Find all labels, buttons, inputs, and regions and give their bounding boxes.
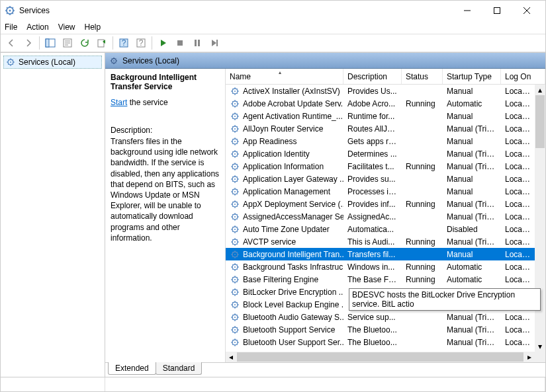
service-row[interactable]: Background Tasks Infrastruc...Windows in… bbox=[226, 260, 535, 273]
service-row[interactable]: Agent Activation Runtime_...Runtime for.… bbox=[226, 110, 535, 122]
column-header-logon[interactable]: Log On bbox=[501, 69, 545, 84]
start-service-suffix: the service bbox=[127, 98, 167, 107]
service-description: Transfers fil... bbox=[343, 249, 402, 260]
vertical-scrollbar[interactable]: ▴ ▾ bbox=[535, 85, 545, 352]
stop-service-button[interactable] bbox=[172, 35, 188, 51]
svg-point-24 bbox=[234, 116, 236, 117]
column-header-status[interactable]: Status bbox=[402, 69, 443, 84]
separator bbox=[39, 36, 40, 50]
service-name: Block Level Backup Engine ... bbox=[243, 300, 343, 309]
start-service-button[interactable] bbox=[155, 35, 171, 51]
service-description: Provides inf... bbox=[343, 199, 402, 210]
service-description: Service sup... bbox=[343, 312, 402, 323]
svg-point-16 bbox=[10, 61, 11, 63]
status-bar bbox=[1, 377, 545, 391]
service-startup: Manual bbox=[443, 86, 501, 97]
service-name: AssignedAccessManager Se... bbox=[243, 212, 343, 221]
svg-rect-2 bbox=[494, 8, 500, 14]
back-button[interactable] bbox=[3, 35, 19, 51]
menu-view[interactable]: View bbox=[58, 22, 75, 32]
forward-button[interactable] bbox=[21, 35, 36, 51]
column-header-description[interactable]: Description bbox=[343, 69, 402, 84]
svg-point-28 bbox=[234, 141, 236, 142]
column-header-startup[interactable]: Startup Type bbox=[443, 69, 501, 84]
service-description: Gets apps re... bbox=[343, 136, 402, 147]
service-status bbox=[402, 153, 443, 155]
help-button[interactable]: ? bbox=[116, 35, 132, 51]
close-button[interactable] bbox=[512, 1, 541, 20]
service-row[interactable]: Bluetooth Audio Gateway S...Service sup.… bbox=[226, 311, 535, 323]
menu-file[interactable]: File bbox=[5, 22, 17, 32]
service-description: Facilitates t... bbox=[343, 161, 402, 172]
pause-service-button[interactable] bbox=[189, 35, 205, 51]
service-name: Application Management bbox=[243, 187, 330, 196]
service-row[interactable]: Bluetooth User Support Ser...The Bluetoo… bbox=[226, 336, 535, 348]
service-row[interactable]: Base Filtering EngineThe Base Fil...Runn… bbox=[226, 273, 535, 286]
start-service-link[interactable]: Start bbox=[111, 98, 127, 107]
separator bbox=[113, 36, 113, 50]
service-row[interactable]: Application ManagementProcesses in...Man… bbox=[226, 185, 535, 198]
tree-node-services-local[interactable]: Services (Local) bbox=[3, 56, 102, 69]
service-row[interactable]: ActiveX Installer (AxInstSV)Provides Us.… bbox=[226, 85, 535, 97]
svg-point-52 bbox=[234, 292, 236, 293]
service-logon: Local Se bbox=[501, 274, 535, 285]
service-logon: Local Sy bbox=[501, 111, 535, 122]
service-row[interactable]: AppX Deployment Service (...Provides inf… bbox=[226, 198, 535, 210]
export-button[interactable] bbox=[94, 35, 110, 51]
service-logon: Local Se bbox=[501, 124, 535, 134]
horizontal-scrollbar[interactable]: ◂ ▸ bbox=[226, 352, 535, 362]
description-text: Transfers files in the background using … bbox=[111, 136, 220, 243]
refresh-button[interactable] bbox=[77, 35, 93, 51]
tab-standard[interactable]: Standard bbox=[156, 362, 203, 375]
gear-icon bbox=[230, 337, 240, 348]
scroll-thumb[interactable] bbox=[237, 352, 523, 362]
service-list: ▴ Name Description Status Startup Type L… bbox=[226, 69, 545, 362]
show-hide-tree-button[interactable] bbox=[42, 35, 58, 51]
properties-button[interactable] bbox=[60, 35, 75, 51]
service-description: Automatica... bbox=[343, 224, 402, 235]
start-service-line: Start the service bbox=[111, 98, 220, 107]
service-startup: Disabled bbox=[443, 224, 501, 235]
svg-point-22 bbox=[234, 103, 236, 104]
service-row[interactable]: Background Intelligent Tran...Transfers … bbox=[226, 248, 535, 260]
service-row[interactable]: AssignedAccessManager Se...AssignedAc...… bbox=[226, 210, 535, 223]
service-name: Bluetooth Support Service bbox=[243, 325, 335, 334]
minimize-button[interactable] bbox=[452, 1, 482, 20]
service-row[interactable]: Adobe Acrobat Update Serv...Adobe Acro..… bbox=[226, 97, 535, 110]
scroll-down-icon[interactable]: ▾ bbox=[535, 341, 545, 352]
service-row[interactable]: App ReadinessGets apps re...ManualLocal … bbox=[226, 135, 535, 147]
restart-service-button[interactable] bbox=[206, 35, 222, 51]
svg-point-34 bbox=[234, 178, 236, 180]
menu-bar: File Action View Help bbox=[1, 20, 545, 34]
service-logon: Local Se bbox=[501, 174, 535, 184]
service-row[interactable]: Auto Time Zone UpdaterAutomatica...Disab… bbox=[226, 223, 535, 235]
service-logon: Local Se bbox=[501, 312, 535, 323]
scroll-right-icon[interactable]: ▸ bbox=[524, 352, 535, 362]
column-header-name[interactable]: Name bbox=[226, 69, 343, 84]
gear-icon bbox=[230, 136, 240, 147]
service-startup: Automatic bbox=[443, 98, 501, 109]
service-logon: Local Se bbox=[501, 237, 535, 247]
scroll-left-icon[interactable]: ◂ bbox=[226, 352, 236, 362]
detail-pane: Background Intelligent Transfer Service … bbox=[105, 69, 226, 362]
help-topics-button[interactable]: ? bbox=[133, 35, 149, 51]
service-name: Adobe Acrobat Update Serv... bbox=[243, 99, 343, 108]
service-startup: Manual (Trig... bbox=[443, 212, 501, 222]
maximize-button[interactable] bbox=[482, 1, 512, 20]
service-description: The Bluetoo... bbox=[343, 337, 402, 348]
service-row[interactable]: AllJoyn Router ServiceRoutes AllJo...Man… bbox=[226, 122, 535, 135]
service-row[interactable]: Application InformationFacilitates t...R… bbox=[226, 160, 535, 173]
column-headers: ▴ Name Description Status Startup Type L… bbox=[226, 69, 545, 85]
tab-extended[interactable]: Extended bbox=[108, 362, 156, 375]
menu-help[interactable]: Help bbox=[85, 22, 101, 32]
service-status: Running bbox=[402, 237, 443, 247]
scroll-up-icon[interactable]: ▴ bbox=[535, 85, 545, 95]
service-row[interactable]: Bluetooth Support ServiceThe Bluetoo...M… bbox=[226, 323, 535, 336]
service-row[interactable]: Application IdentityDetermines ...Manual… bbox=[226, 147, 535, 160]
gear-icon bbox=[230, 186, 240, 197]
service-row[interactable]: AVCTP serviceThis is Audi...RunningManua… bbox=[226, 235, 535, 248]
scroll-thumb[interactable] bbox=[535, 95, 545, 148]
service-row[interactable]: Application Layer Gateway ...Provides su… bbox=[226, 173, 535, 185]
menu-action[interactable]: Action bbox=[26, 22, 48, 32]
service-status: Running bbox=[402, 199, 443, 210]
